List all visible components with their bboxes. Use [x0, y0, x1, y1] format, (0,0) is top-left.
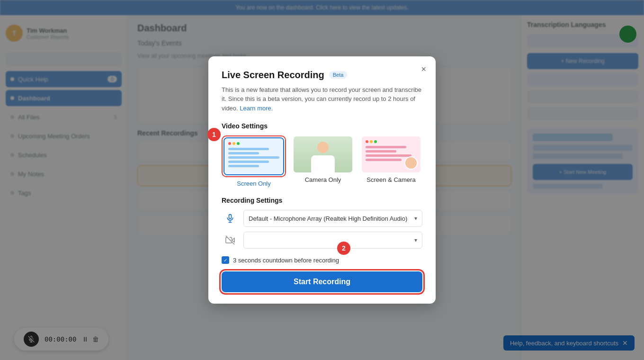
modal-header: Live Screen Recording Beta: [222, 70, 422, 81]
svg-marker-3: [232, 238, 234, 242]
video-option-screen-only[interactable]: Screen Only: [222, 135, 286, 187]
modal-title: Live Screen Recording: [222, 70, 324, 81]
learn-more-link[interactable]: Learn more.: [240, 105, 273, 112]
modal-close-button[interactable]: ×: [421, 65, 426, 73]
video-option-screen-camera[interactable]: Screen & Camera: [360, 135, 422, 187]
video-option-camera-only[interactable]: Camera Only: [292, 135, 354, 187]
video-settings-title: Video Settings: [222, 122, 422, 130]
mini-camera-icon: [404, 156, 418, 170]
countdown-label: 3 seconds countdown before recording: [233, 257, 339, 264]
beta-badge: Beta: [329, 71, 348, 79]
camera-row: ▾: [222, 232, 422, 249]
modal-overlay: × Live Screen Recording Beta This is a n…: [0, 0, 644, 360]
svg-rect-0: [229, 215, 232, 219]
chevron-down-icon: ▾: [414, 215, 417, 222]
screen-only-thumb: [224, 137, 284, 175]
camera-only-label: Camera Only: [305, 176, 341, 183]
step-badge-2: 2: [337, 242, 350, 255]
modal-description: This is a new feature that allows you to…: [222, 85, 422, 113]
screen-camera-label: Screen & Camera: [367, 176, 415, 183]
video-options-group: Screen Only Camera Only: [222, 135, 422, 187]
camera-select[interactable]: ▾: [243, 232, 422, 249]
camera-off-icon: [222, 232, 239, 249]
step-badge-1: 1: [207, 128, 221, 141]
live-screen-recording-modal: × Live Screen Recording Beta This is a n…: [208, 56, 436, 304]
screen-only-label: Screen Only: [237, 180, 271, 187]
start-recording-button[interactable]: Start Recording: [222, 271, 422, 292]
chevron-down-icon: ▾: [414, 237, 417, 243]
microphone-icon: [222, 210, 239, 227]
countdown-row: ✓ 3 seconds countdown before recording: [222, 256, 422, 264]
camera-only-thumb: [293, 135, 353, 173]
microphone-value: Default - Microphone Array (Realtek High…: [249, 215, 414, 222]
recording-settings-title: Recording Settings: [222, 197, 422, 204]
screen-camera-thumb: [361, 135, 421, 173]
microphone-select[interactable]: Default - Microphone Array (Realtek High…: [243, 210, 422, 227]
microphone-row: Default - Microphone Array (Realtek High…: [222, 210, 422, 227]
countdown-checkbox[interactable]: ✓: [222, 256, 229, 264]
recording-settings-group: Default - Microphone Array (Realtek High…: [222, 210, 422, 249]
